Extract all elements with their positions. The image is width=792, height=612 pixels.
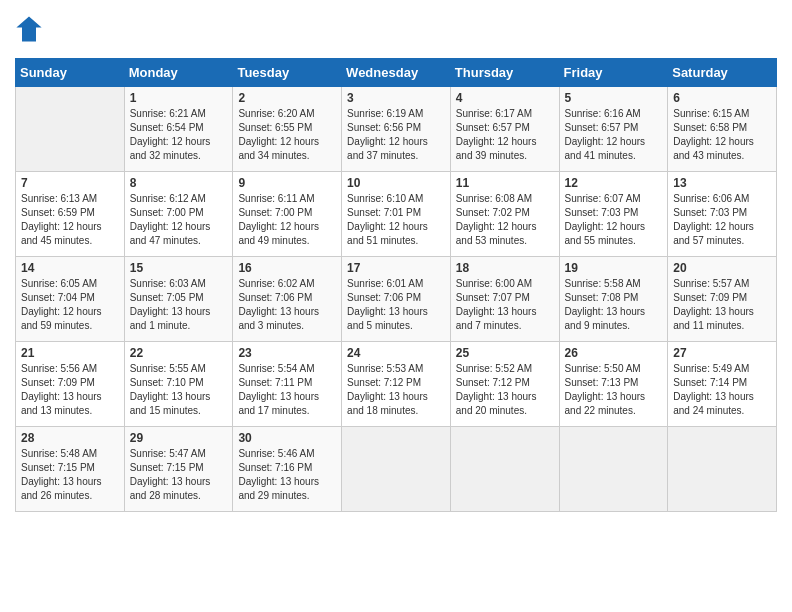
day-info: Sunrise: 6:06 AM Sunset: 7:03 PM Dayligh… — [673, 192, 771, 248]
day-number: 17 — [347, 261, 445, 275]
calendar-cell: 28 Sunrise: 5:48 AM Sunset: 7:15 PM Dayl… — [16, 427, 125, 512]
day-number: 21 — [21, 346, 119, 360]
calendar-week-row-3: 14 Sunrise: 6:05 AM Sunset: 7:04 PM Dayl… — [16, 257, 777, 342]
day-info: Sunrise: 6:16 AM Sunset: 6:57 PM Dayligh… — [565, 107, 663, 163]
calendar-cell: 26 Sunrise: 5:50 AM Sunset: 7:13 PM Dayl… — [559, 342, 668, 427]
day-number: 7 — [21, 176, 119, 190]
day-number: 10 — [347, 176, 445, 190]
col-thursday: Thursday — [450, 59, 559, 87]
day-number: 14 — [21, 261, 119, 275]
calendar-week-row-5: 28 Sunrise: 5:48 AM Sunset: 7:15 PM Dayl… — [16, 427, 777, 512]
calendar-cell: 2 Sunrise: 6:20 AM Sunset: 6:55 PM Dayli… — [233, 87, 342, 172]
day-info: Sunrise: 6:12 AM Sunset: 7:00 PM Dayligh… — [130, 192, 228, 248]
day-number: 13 — [673, 176, 771, 190]
day-number: 28 — [21, 431, 119, 445]
day-number: 5 — [565, 91, 663, 105]
day-number: 29 — [130, 431, 228, 445]
day-info: Sunrise: 6:01 AM Sunset: 7:06 PM Dayligh… — [347, 277, 445, 333]
calendar-cell: 7 Sunrise: 6:13 AM Sunset: 6:59 PM Dayli… — [16, 172, 125, 257]
day-number: 1 — [130, 91, 228, 105]
day-info: Sunrise: 5:58 AM Sunset: 7:08 PM Dayligh… — [565, 277, 663, 333]
day-number: 24 — [347, 346, 445, 360]
calendar-cell: 20 Sunrise: 5:57 AM Sunset: 7:09 PM Dayl… — [668, 257, 777, 342]
day-number: 12 — [565, 176, 663, 190]
day-number: 15 — [130, 261, 228, 275]
calendar-cell — [342, 427, 451, 512]
day-info: Sunrise: 6:05 AM Sunset: 7:04 PM Dayligh… — [21, 277, 119, 333]
day-info: Sunrise: 6:15 AM Sunset: 6:58 PM Dayligh… — [673, 107, 771, 163]
day-info: Sunrise: 6:00 AM Sunset: 7:07 PM Dayligh… — [456, 277, 554, 333]
calendar-cell — [668, 427, 777, 512]
calendar-cell: 12 Sunrise: 6:07 AM Sunset: 7:03 PM Dayl… — [559, 172, 668, 257]
day-info: Sunrise: 6:17 AM Sunset: 6:57 PM Dayligh… — [456, 107, 554, 163]
day-info: Sunrise: 5:55 AM Sunset: 7:10 PM Dayligh… — [130, 362, 228, 418]
calendar-cell: 1 Sunrise: 6:21 AM Sunset: 6:54 PM Dayli… — [124, 87, 233, 172]
day-info: Sunrise: 6:03 AM Sunset: 7:05 PM Dayligh… — [130, 277, 228, 333]
calendar-cell: 27 Sunrise: 5:49 AM Sunset: 7:14 PM Dayl… — [668, 342, 777, 427]
calendar-cell: 29 Sunrise: 5:47 AM Sunset: 7:15 PM Dayl… — [124, 427, 233, 512]
calendar-header-row: Sunday Monday Tuesday Wednesday Thursday… — [16, 59, 777, 87]
col-saturday: Saturday — [668, 59, 777, 87]
day-number: 8 — [130, 176, 228, 190]
day-info: Sunrise: 5:53 AM Sunset: 7:12 PM Dayligh… — [347, 362, 445, 418]
col-wednesday: Wednesday — [342, 59, 451, 87]
col-tuesday: Tuesday — [233, 59, 342, 87]
day-info: Sunrise: 5:56 AM Sunset: 7:09 PM Dayligh… — [21, 362, 119, 418]
day-info: Sunrise: 5:52 AM Sunset: 7:12 PM Dayligh… — [456, 362, 554, 418]
calendar-cell: 23 Sunrise: 5:54 AM Sunset: 7:11 PM Dayl… — [233, 342, 342, 427]
day-number: 18 — [456, 261, 554, 275]
day-info: Sunrise: 6:08 AM Sunset: 7:02 PM Dayligh… — [456, 192, 554, 248]
calendar-cell: 11 Sunrise: 6:08 AM Sunset: 7:02 PM Dayl… — [450, 172, 559, 257]
day-number: 9 — [238, 176, 336, 190]
day-number: 16 — [238, 261, 336, 275]
logo-icon — [15, 15, 43, 43]
day-info: Sunrise: 5:50 AM Sunset: 7:13 PM Dayligh… — [565, 362, 663, 418]
calendar-week-row-2: 7 Sunrise: 6:13 AM Sunset: 6:59 PM Dayli… — [16, 172, 777, 257]
calendar-cell: 3 Sunrise: 6:19 AM Sunset: 6:56 PM Dayli… — [342, 87, 451, 172]
calendar-week-row-4: 21 Sunrise: 5:56 AM Sunset: 7:09 PM Dayl… — [16, 342, 777, 427]
day-number: 19 — [565, 261, 663, 275]
calendar-cell: 16 Sunrise: 6:02 AM Sunset: 7:06 PM Dayl… — [233, 257, 342, 342]
day-number: 11 — [456, 176, 554, 190]
day-info: Sunrise: 5:46 AM Sunset: 7:16 PM Dayligh… — [238, 447, 336, 503]
col-monday: Monday — [124, 59, 233, 87]
day-number: 22 — [130, 346, 228, 360]
day-info: Sunrise: 6:10 AM Sunset: 7:01 PM Dayligh… — [347, 192, 445, 248]
calendar-cell: 4 Sunrise: 6:17 AM Sunset: 6:57 PM Dayli… — [450, 87, 559, 172]
calendar-week-row-1: 1 Sunrise: 6:21 AM Sunset: 6:54 PM Dayli… — [16, 87, 777, 172]
calendar-cell: 24 Sunrise: 5:53 AM Sunset: 7:12 PM Dayl… — [342, 342, 451, 427]
calendar-cell: 13 Sunrise: 6:06 AM Sunset: 7:03 PM Dayl… — [668, 172, 777, 257]
logo — [15, 15, 47, 43]
day-number: 4 — [456, 91, 554, 105]
calendar-table: Sunday Monday Tuesday Wednesday Thursday… — [15, 58, 777, 512]
calendar-cell: 22 Sunrise: 5:55 AM Sunset: 7:10 PM Dayl… — [124, 342, 233, 427]
calendar-cell — [16, 87, 125, 172]
day-number: 6 — [673, 91, 771, 105]
calendar-cell: 8 Sunrise: 6:12 AM Sunset: 7:00 PM Dayli… — [124, 172, 233, 257]
col-friday: Friday — [559, 59, 668, 87]
calendar-cell: 10 Sunrise: 6:10 AM Sunset: 7:01 PM Dayl… — [342, 172, 451, 257]
day-info: Sunrise: 6:20 AM Sunset: 6:55 PM Dayligh… — [238, 107, 336, 163]
day-info: Sunrise: 6:19 AM Sunset: 6:56 PM Dayligh… — [347, 107, 445, 163]
calendar-cell: 25 Sunrise: 5:52 AM Sunset: 7:12 PM Dayl… — [450, 342, 559, 427]
day-info: Sunrise: 5:49 AM Sunset: 7:14 PM Dayligh… — [673, 362, 771, 418]
calendar-cell: 6 Sunrise: 6:15 AM Sunset: 6:58 PM Dayli… — [668, 87, 777, 172]
calendar-cell: 14 Sunrise: 6:05 AM Sunset: 7:04 PM Dayl… — [16, 257, 125, 342]
calendar-cell: 15 Sunrise: 6:03 AM Sunset: 7:05 PM Dayl… — [124, 257, 233, 342]
calendar-cell: 19 Sunrise: 5:58 AM Sunset: 7:08 PM Dayl… — [559, 257, 668, 342]
calendar-cell: 30 Sunrise: 5:46 AM Sunset: 7:16 PM Dayl… — [233, 427, 342, 512]
day-number: 30 — [238, 431, 336, 445]
day-info: Sunrise: 6:02 AM Sunset: 7:06 PM Dayligh… — [238, 277, 336, 333]
calendar-cell: 21 Sunrise: 5:56 AM Sunset: 7:09 PM Dayl… — [16, 342, 125, 427]
calendar-cell — [450, 427, 559, 512]
calendar-cell — [559, 427, 668, 512]
day-number: 2 — [238, 91, 336, 105]
page-header — [15, 15, 777, 43]
day-number: 20 — [673, 261, 771, 275]
day-info: Sunrise: 5:54 AM Sunset: 7:11 PM Dayligh… — [238, 362, 336, 418]
svg-marker-0 — [16, 16, 41, 41]
day-number: 26 — [565, 346, 663, 360]
day-info: Sunrise: 6:13 AM Sunset: 6:59 PM Dayligh… — [21, 192, 119, 248]
day-info: Sunrise: 5:57 AM Sunset: 7:09 PM Dayligh… — [673, 277, 771, 333]
calendar-cell: 18 Sunrise: 6:00 AM Sunset: 7:07 PM Dayl… — [450, 257, 559, 342]
